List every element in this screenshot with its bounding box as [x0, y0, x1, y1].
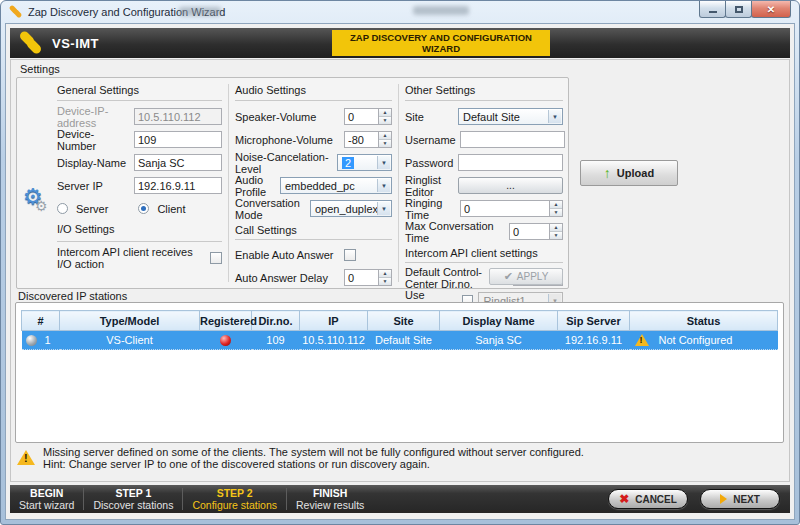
display-name-label: Display-Name [57, 157, 134, 169]
cancel-x-icon: ✖ [619, 493, 629, 505]
auto-answer-delay-stepper[interactable]: ▲▼ [344, 269, 392, 286]
next-button[interactable]: NEXT [700, 489, 780, 509]
ringing-time-stepper[interactable]: ▲▼ [460, 200, 563, 217]
col-type-model[interactable]: Type/Model [60, 311, 200, 331]
close-icon: ✕ [767, 4, 775, 15]
client-radio-label: Client [157, 203, 185, 215]
password-label: Password [405, 157, 458, 169]
warning-message: Missing server defined on some of the cl… [17, 446, 781, 470]
client-radio[interactable] [138, 203, 149, 214]
username-label: Username [405, 134, 460, 146]
audio-settings-column: Audio Settings Speaker-Volume ▲▼ Microph… [229, 78, 398, 288]
vs-imt-logo-icon [18, 30, 44, 56]
close-button[interactable]: ✕ [751, 1, 791, 18]
maximize-button[interactable] [725, 1, 752, 18]
settings-group-label: Settings [20, 63, 60, 75]
step-2-configure[interactable]: STEP 2 Configure stations [183, 487, 286, 511]
upload-button[interactable]: ↑ Upload [580, 160, 678, 186]
status-badge: Not Configured [659, 334, 733, 346]
wizard-banner: ZAP DISCOVERY AND CONFIGURATION WIZARD [332, 30, 550, 56]
cell-type-model: VS-Client [60, 331, 200, 350]
microphone-volume-stepper[interactable]: ▲▼ [344, 131, 392, 148]
auto-answer-delay-label: Auto Answer Delay [235, 272, 344, 284]
max-conversation-time-field[interactable] [509, 223, 549, 240]
general-settings-title: General Settings [57, 84, 222, 101]
ringing-time-field[interactable] [460, 200, 549, 217]
spinner-arrows-icon[interactable]: ▲▼ [378, 269, 392, 286]
app-icon [9, 5, 23, 19]
speaker-volume-field[interactable] [344, 108, 378, 125]
cancel-button[interactable]: ✖ CANCEL [608, 489, 688, 509]
auto-answer-delay-field[interactable] [344, 269, 378, 286]
maximize-icon [735, 6, 743, 13]
cell-sip-server: 192.16.9.11 [558, 331, 630, 350]
col-status[interactable]: Status [630, 311, 778, 331]
col-registered[interactable]: Registered [200, 311, 252, 331]
spinner-arrows-icon[interactable]: ▲▼ [378, 108, 392, 125]
spinner-arrows-icon[interactable]: ▲▼ [549, 200, 563, 217]
table-row[interactable]: 1 VS-Client 109 10.5.110.112 Default Sit… [22, 331, 778, 350]
redacted-text [413, 6, 469, 15]
stations-panel: # Type/Model Registered Dir.no. IP Site … [15, 302, 784, 443]
site-select[interactable]: Default Site ▼ [458, 108, 563, 125]
io-settings-gears-icon[interactable]: ⚙⚙ [23, 184, 57, 220]
step-finish[interactable]: FINISH Review results [287, 487, 373, 511]
col-dirno[interactable]: Dir.no. [252, 311, 300, 331]
ringlist-editor-button[interactable]: ... [458, 177, 563, 194]
check-icon: ✔ [504, 270, 513, 283]
window-controls: ✕ [700, 1, 791, 18]
col-site[interactable]: Site [368, 311, 440, 331]
cell-ip: 10.5.110.112 [300, 331, 368, 350]
microphone-volume-field[interactable] [344, 131, 378, 148]
general-settings-column: General Settings Device-IP-address Devic… [17, 78, 228, 288]
device-ip-field [134, 108, 222, 125]
io-settings-label[interactable]: I/O Settings [57, 223, 222, 235]
password-field[interactable] [458, 154, 563, 171]
noise-cancelation-select[interactable]: 2 ▼ [337, 154, 392, 171]
intercom-api-checkbox[interactable] [210, 252, 222, 264]
server-ip-field[interactable] [134, 177, 222, 194]
conversation-mode-select[interactable]: open_duplex ▼ [310, 200, 392, 217]
cell-site: Default Site [368, 331, 440, 350]
enable-auto-answer-checkbox[interactable] [344, 249, 356, 261]
col-num[interactable]: # [22, 311, 60, 331]
step-1-discover[interactable]: STEP 1 Discover stations [84, 487, 182, 511]
app-header: VS-IMT ZAP DISCOVERY AND CONFIGURATION W… [10, 28, 790, 58]
speaker-volume-stepper[interactable]: ▲▼ [344, 108, 392, 125]
content-area: Settings General Settings Device-IP-addr… [10, 59, 790, 482]
not-registered-icon [220, 335, 231, 346]
chevron-down-icon: ▼ [377, 156, 390, 169]
spinner-arrows-icon[interactable]: ▲▼ [549, 223, 563, 240]
window-titlebar[interactable]: Zap Discovery and Configuration Wizard ✕ [1, 1, 799, 23]
spinner-arrows-icon[interactable]: ▲▼ [378, 131, 392, 148]
minimize-button[interactable] [699, 1, 726, 18]
col-sip-server[interactable]: Sip Server [558, 311, 630, 331]
server-ip-label: Server IP [57, 180, 134, 192]
server-radio[interactable] [57, 203, 68, 214]
warning-icon [635, 334, 649, 346]
upload-arrow-icon: ↑ [604, 166, 611, 180]
cell-display-name: Sanja SC [440, 331, 558, 350]
site-label: Site [405, 111, 458, 123]
other-settings-column: Other Settings Site Default Site ▼ Usern… [399, 78, 569, 288]
device-number-field[interactable] [134, 131, 222, 148]
max-conversation-time-stepper[interactable]: ▲▼ [509, 223, 563, 240]
other-settings-title: Other Settings [405, 84, 563, 101]
col-ip[interactable]: IP [300, 311, 368, 331]
display-name-field[interactable] [134, 154, 222, 171]
station-sphere-icon [26, 335, 37, 346]
cell-dirno: 109 [252, 331, 300, 350]
step-begin[interactable]: BEGIN Start wizard [10, 487, 83, 511]
wizard-nav-bar: BEGIN Start wizard STEP 1 Discover stati… [10, 485, 790, 513]
enable-auto-answer-label: Enable Auto Answer [235, 249, 344, 261]
device-number-label: Device-Number [57, 128, 134, 152]
max-conversation-time-label: Max Conversation Time [405, 220, 509, 244]
server-radio-label: Server [76, 203, 108, 215]
stations-group-label: Discovered IP stations [18, 290, 127, 302]
call-settings-title: Call Settings [235, 224, 392, 240]
username-field[interactable] [460, 131, 565, 148]
speaker-volume-label: Speaker-Volume [235, 111, 344, 123]
audio-profile-select[interactable]: embedded_pc ▼ [280, 177, 392, 194]
col-display-name[interactable]: Display Name [440, 311, 558, 331]
redacted-text [179, 7, 221, 16]
